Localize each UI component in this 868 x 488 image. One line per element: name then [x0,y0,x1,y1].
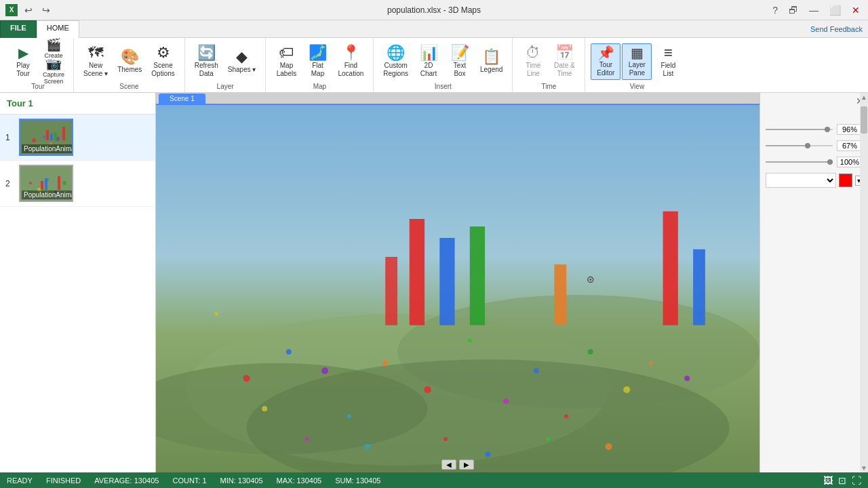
scrollbar-thumb-vertical[interactable] [861,106,867,134]
map-labels-button[interactable]: 🏷 MapLabels [271,43,301,80]
svg-point-16 [62,181,66,185]
send-feedback-link[interactable]: Send Feedback [805,20,868,37]
refresh-data-icon: 🔄 [197,45,216,60]
custom-regions-label: CustomRegions [383,62,408,78]
scrollbar-down-arrow[interactable]: ▼ [860,464,868,472]
fullscreen-icon[interactable]: ⛶ [852,475,861,486]
slider-thumb-1[interactable] [825,127,830,132]
screenshot-icon[interactable]: 🖼 [823,475,833,486]
date-time-button[interactable]: 📅 Date &Time [549,43,579,80]
fit-window-icon[interactable]: ⊡ [838,475,846,486]
svg-point-40 [305,437,309,441]
right-panel-spacer [766,98,863,119]
capture-screen-icon: 📷 [46,58,61,70]
field-list-label: FieldList [661,62,676,78]
svg-point-1 [32,138,36,142]
tour-group-label: Tour [8,83,68,92]
slider-1[interactable] [766,129,833,130]
play-tour-button[interactable]: Play Tour [8,43,38,80]
color-select[interactable] [766,173,836,188]
time-line-label: TimeLine [526,62,540,78]
title-bar-left: X ↩ ↪ [5,3,53,17]
svg-point-29 [347,414,351,418]
scene-item-2[interactable]: 2 PopulationAnima [0,161,155,207]
svg-rect-50 [439,238,454,325]
tour-editor-button[interactable]: 📌 TourEditor [591,43,620,80]
map-group-label: Map [271,83,368,92]
map-view[interactable] [156,105,760,472]
svg-point-27 [262,406,267,411]
svg-rect-8 [50,134,53,140]
text-box-button[interactable]: 📝 TextBox [445,43,475,80]
undo-button[interactable]: ↩ [22,3,35,17]
right-panel-scrollbar[interactable]: ▲ ▼ [860,93,868,472]
find-location-label: FindLocation [338,62,363,78]
layer-pane-button[interactable]: ▦ LayerPane [622,43,652,80]
time-line-button[interactable]: ⏱ TimeLine [518,43,548,80]
new-scene-button[interactable]: 🗺 NewScene ▾ [79,43,112,80]
svg-point-62 [589,279,591,281]
slider-thumb-3[interactable] [827,159,833,165]
map-labels-icon: 🏷 [279,45,294,60]
find-location-button[interactable]: 📍 FindLocation [334,43,368,80]
ribbon-group-insert-items: 🌐 CustomRegions 📊 2DChart 📝 TextBox 📋 Le… [379,41,507,83]
legend-button[interactable]: 📋 Legend [476,43,507,80]
redo-button[interactable]: ↪ [39,3,53,17]
ribbon-group-tour: Play Tour 🎬 Create Video 📷 Capture Scree… [3,38,74,92]
field-list-button[interactable]: ≡ FieldList [653,43,683,80]
tour-small-btns: 🎬 Create Video 📷 Capture Screen [39,43,68,80]
map-labels-label: MapLabels [277,62,296,78]
2d-chart-button[interactable]: 📊 2DChart [414,43,443,80]
2d-chart-icon: 📊 [420,45,438,60]
scene-item-1[interactable]: 1 [0,115,155,161]
capture-screen-button[interactable]: 📷 Capture Screen [39,62,68,80]
themes-button[interactable]: 🎨 Themes [113,43,146,80]
map-container[interactable]: Scene 1 [156,93,760,472]
scroll-left-button[interactable]: ◀ [441,460,456,470]
slider-3[interactable] [766,161,833,163]
tour-editor-label: TourEditor [597,61,614,77]
legend-label: Legend [480,66,502,74]
minimize-button[interactable]: — [806,3,821,17]
scrollbar-up-arrow[interactable]: ▲ [860,93,868,102]
map-tab-active[interactable]: Scene 1 [159,94,205,104]
svg-point-38 [649,361,653,365]
ribbon: FILE HOME Send Feedback Play Tour 🎬 Crea… [0,20,868,93]
svg-point-35 [564,414,568,418]
slider-row-3: 100% [766,157,863,167]
slider-value-3: 100% [837,157,863,167]
map-bottom-controls: ◀ ▶ [441,460,474,470]
refresh-data-button[interactable]: 🔄 RefreshData [191,43,222,80]
svg-rect-7 [46,130,49,140]
slider-thumb-2[interactable] [805,143,810,148]
slider-value-1: 96% [837,124,863,135]
status-sum: SUM: 130405 [335,476,380,485]
custom-regions-button[interactable]: 🌐 CustomRegions [379,43,412,80]
svg-point-33 [503,399,509,404]
status-finished: FINISHED [46,476,81,485]
slider-2[interactable] [766,145,833,146]
date-time-icon: 📅 [555,45,574,60]
maximize-button[interactable]: ⬜ [827,3,844,17]
title-bar-right: ? 🗗 — ⬜ ✕ [770,3,863,17]
restore-button[interactable]: 🗗 [786,3,801,17]
close-button[interactable]: ✕ [849,3,863,17]
scene-group-label: Scene [79,83,179,92]
tab-home[interactable]: HOME [37,20,79,38]
text-box-icon: 📝 [451,45,469,60]
svg-rect-17 [41,181,43,190]
flat-map-button[interactable]: 🗾 FlatMap [302,43,332,80]
status-count: COUNT: 1 [172,476,206,485]
scroll-right-button[interactable]: ▶ [459,460,474,470]
ribbon-tabs: FILE HOME Send Feedback [0,20,868,38]
color-swatch[interactable] [839,174,852,187]
help-button[interactable]: ? [770,3,781,17]
svg-point-12 [29,182,32,184]
status-ready: READY [7,476,33,485]
scene-number-2: 2 [5,179,14,188]
tour-editor-icon: 📌 [597,46,614,60]
tab-file[interactable]: FILE [0,20,37,38]
svg-point-28 [321,367,328,374]
shapes-button[interactable]: ◆ Shapes ▾ [224,43,260,80]
scene-options-button[interactable]: ⚙ SceneOptions [147,43,178,80]
